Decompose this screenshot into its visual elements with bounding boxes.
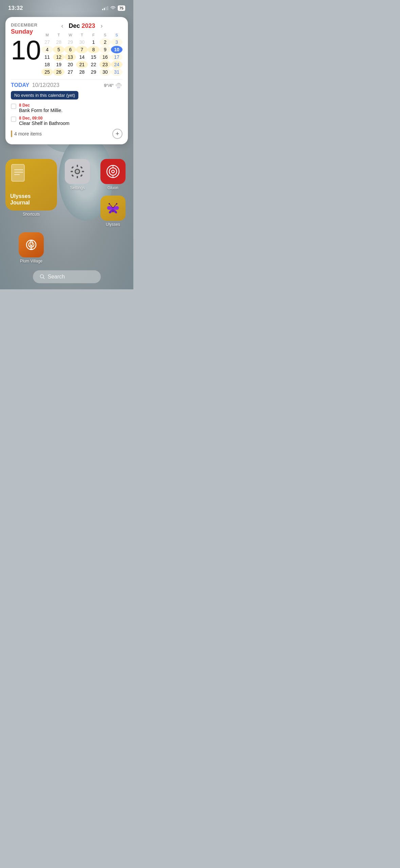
cal-header-left: DECEMBER Sunday 10	[11, 22, 41, 64]
cal-header-su: S	[111, 32, 122, 38]
cal-day-23[interactable]: 23	[99, 61, 111, 68]
cal-day-21[interactable]: 21	[76, 61, 88, 68]
cal-day-30b[interactable]: 30	[99, 68, 111, 76]
cal-today-info: TODAY 10/12/2023	[11, 82, 59, 88]
cal-day-29[interactable]: 29	[64, 38, 76, 46]
cal-day-13[interactable]: 13	[64, 53, 76, 61]
cal-day-16[interactable]: 16	[99, 53, 111, 61]
ulysses-journal-icon	[10, 164, 27, 184]
shortcuts-app-widget[interactable]: UlyssesJournal Shortcuts	[5, 159, 57, 217]
ulysses-butterfly-svg	[105, 200, 121, 216]
cal-day-4[interactable]: 4	[41, 46, 53, 53]
cal-day-14[interactable]: 14	[76, 53, 88, 61]
cal-day-7[interactable]: 7	[76, 46, 88, 53]
cal-day-15[interactable]: 15	[88, 53, 99, 61]
ulysses-journal-box[interactable]: UlyssesJournal	[5, 159, 57, 211]
settings-gear-svg	[70, 164, 85, 179]
settings-icon[interactable]	[65, 159, 90, 184]
cal-day-26[interactable]: 26	[53, 68, 64, 76]
cal-event-2-checkbox[interactable]	[11, 116, 16, 122]
cal-day-12[interactable]: 12	[53, 53, 64, 61]
search-label: Search	[48, 274, 65, 280]
cal-day-30[interactable]: 30	[76, 38, 88, 46]
gluon-icon[interactable]	[100, 159, 126, 184]
cal-day-28b[interactable]: 28	[76, 68, 88, 76]
svg-rect-18	[71, 166, 74, 169]
plumvillage-label: Plum Village	[20, 259, 42, 264]
cal-day-31[interactable]: 31	[111, 68, 122, 76]
cal-temp: 9°/4°	[104, 83, 114, 88]
cal-day-20[interactable]: 20	[64, 61, 76, 68]
settings-label: Settings	[70, 185, 85, 190]
cal-day-5[interactable]: 5	[53, 46, 64, 53]
cal-next-button[interactable]: ›	[99, 22, 104, 30]
svg-line-5	[118, 87, 119, 88]
cal-day-18[interactable]: 18	[41, 61, 53, 68]
cal-nav: ‹ Dec 2023 ›	[41, 22, 122, 30]
svg-rect-15	[77, 176, 78, 178]
cal-header-s: S	[99, 32, 111, 38]
plumvillage-icon[interactable]	[19, 232, 44, 257]
cal-month-label: DECEMBER	[11, 22, 41, 28]
cal-day-3[interactable]: 3	[111, 38, 122, 46]
cal-header-f: F	[88, 32, 99, 38]
cal-event-2-details: 8 Dec, 09:00 Clear Shelf in Bathroom	[19, 116, 70, 126]
signal-icon	[102, 6, 108, 10]
cal-day-25[interactable]: 25	[41, 68, 53, 76]
cal-day-1[interactable]: 1	[88, 38, 99, 46]
cal-nav-year: 2023	[81, 22, 95, 29]
cal-more-items[interactable]: 4 more items	[11, 130, 42, 137]
cal-day-22[interactable]: 22	[88, 61, 99, 68]
cal-day-2[interactable]: 2	[99, 38, 111, 46]
status-bar: 13:32 75	[0, 0, 133, 14]
cal-event-1-details: 8 Dec Bank Form for Millie.	[19, 103, 62, 113]
ulysses-app-label: Ulysses	[106, 222, 120, 227]
svg-point-29	[116, 203, 117, 204]
plumvillage-app[interactable]: Plum Village	[5, 232, 57, 264]
search-container: Search	[0, 270, 133, 283]
cal-header-m: M	[41, 32, 53, 38]
cal-prev-button[interactable]: ‹	[60, 22, 64, 30]
cal-event-1-checkbox[interactable]	[11, 104, 16, 109]
cal-day-24[interactable]: 24	[111, 61, 122, 68]
cal-day-8[interactable]: 8	[88, 46, 99, 53]
cal-day-17[interactable]: 17	[111, 53, 122, 61]
cal-day-10[interactable]: 10	[111, 46, 122, 53]
search-icon	[40, 274, 45, 279]
svg-rect-21	[80, 174, 83, 177]
cal-day-6[interactable]: 6	[64, 46, 76, 53]
cal-grid-area: ‹ Dec 2023 › M T W T F S S	[41, 22, 122, 76]
cal-nav-month: Dec	[69, 22, 81, 29]
svg-point-31	[28, 242, 34, 248]
cal-day-28[interactable]: 28	[53, 38, 64, 46]
status-icons: 75	[102, 5, 125, 11]
cal-day-9[interactable]: 9	[99, 46, 111, 53]
svg-point-28	[109, 203, 110, 204]
gluon-app[interactable]: Gluon	[98, 159, 128, 190]
ulysses-app-icon[interactable]	[100, 196, 126, 221]
cal-more-row: 4 more items +	[11, 129, 122, 139]
cal-today-label: TODAY	[11, 82, 29, 88]
cal-day-29b[interactable]: 29	[88, 68, 99, 76]
settings-app[interactable]: Settings	[62, 159, 93, 190]
cal-event-1[interactable]: 8 Dec Bank Form for Millie.	[11, 103, 122, 113]
ulysses-app[interactable]: Ulysses	[98, 196, 128, 227]
svg-point-23	[109, 168, 117, 175]
wifi-icon	[110, 6, 116, 11]
cal-more-bar	[11, 130, 12, 137]
cal-add-button[interactable]: +	[112, 129, 122, 139]
cal-event-1-title: Bank Form for Millie.	[19, 108, 62, 113]
cal-day-11[interactable]: 11	[41, 53, 53, 61]
cal-day-27[interactable]: 27	[41, 38, 53, 46]
svg-rect-20	[71, 174, 74, 177]
cal-day-19[interactable]: 19	[53, 61, 64, 68]
cal-grid-table: M T W T F S S 27 28 29 30 1	[41, 32, 122, 76]
cal-event-2[interactable]: 8 Dec, 09:00 Clear Shelf in Bathroom	[11, 116, 122, 126]
plumvillage-icon-svg	[24, 237, 39, 252]
svg-line-6	[119, 87, 120, 88]
search-bar[interactable]: Search	[33, 270, 101, 283]
svg-rect-19	[80, 166, 83, 169]
cal-day-label: Sunday	[11, 28, 41, 35]
cal-day-27b[interactable]: 27	[64, 68, 76, 76]
cal-event-2-title: Clear Shelf in Bathroom	[19, 121, 70, 126]
